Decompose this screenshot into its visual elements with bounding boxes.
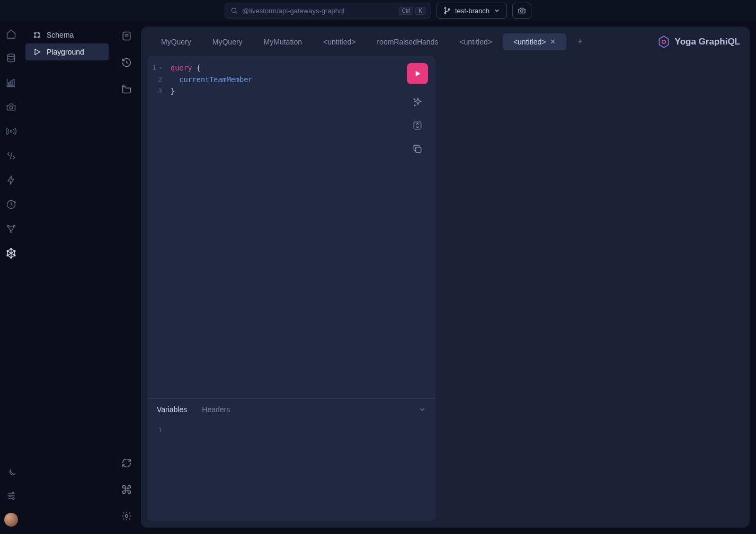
code-icon[interactable] — [6, 150, 16, 161]
clock-icon[interactable] — [6, 199, 16, 210]
settings-icon[interactable] — [121, 511, 132, 521]
variables-panel: Variables Headers 1 — [147, 398, 435, 521]
search-kbd: CtrlK — [399, 7, 425, 15]
svg-point-19 — [7, 255, 8, 256]
schema-item-icon — [33, 31, 41, 39]
play-item-icon — [33, 48, 41, 56]
workspace: MyQuery MyQuery MyMutation <untitled> ro… — [141, 26, 750, 528]
svg-rect-7 — [11, 81, 12, 85]
close-icon[interactable]: ✕ — [550, 38, 556, 46]
results-panel — [442, 56, 743, 521]
history-icon[interactable] — [121, 57, 132, 68]
home-icon[interactable] — [6, 29, 16, 39]
tab-headers[interactable]: Headers — [202, 405, 230, 414]
secondary-sidebar: Schema Playground — [22, 21, 112, 534]
svg-point-22 — [10, 495, 11, 496]
svg-point-0 — [232, 8, 236, 12]
refresh-icon[interactable] — [121, 458, 132, 468]
svg-point-10 — [10, 130, 12, 132]
svg-point-12 — [7, 225, 9, 227]
svg-point-1 — [444, 7, 446, 9]
chevron-down-icon[interactable] — [419, 406, 426, 413]
svg-point-2 — [444, 12, 446, 14]
svg-rect-32 — [416, 147, 421, 153]
tab-myquery-2[interactable]: MyQuery — [202, 33, 253, 50]
search-icon — [230, 7, 238, 14]
nav-rail — [0, 21, 22, 534]
search-text: @livestorm/api-gateways-graphql — [242, 7, 344, 15]
svg-point-26 — [34, 36, 35, 38]
svg-point-9 — [10, 106, 13, 109]
moon-icon[interactable] — [6, 468, 16, 479]
snapshot-button[interactable] — [512, 3, 531, 19]
graphql-icon[interactable] — [6, 248, 16, 259]
code-content: query { currentTeamMember } — [171, 62, 435, 97]
svg-point-27 — [38, 36, 40, 38]
svg-point-14 — [10, 230, 12, 232]
variables-editor[interactable]: 1 — [147, 420, 435, 439]
camera-icon — [518, 6, 526, 15]
chevron-down-icon — [494, 7, 500, 14]
svg-point-21 — [12, 492, 14, 494]
sidebar-item-label: Schema — [47, 31, 74, 39]
svg-point-20 — [14, 255, 15, 256]
tab-mymutation[interactable]: MyMutation — [253, 33, 313, 50]
add-tab-button[interactable]: + — [572, 33, 588, 50]
svg-point-24 — [34, 32, 35, 33]
sidebar-item-playground[interactable]: Playground — [25, 43, 109, 60]
broadcast-icon[interactable] — [6, 126, 16, 137]
branch-icon — [443, 7, 451, 14]
sidebar-item-schema[interactable]: Schema — [25, 26, 109, 43]
svg-point-13 — [13, 225, 15, 227]
svg-point-15 — [11, 248, 12, 250]
sliders-icon[interactable] — [6, 491, 16, 501]
brand: Yoga GraphiQL — [657, 35, 740, 49]
branch-selector[interactable]: test-branch — [437, 3, 507, 19]
svg-point-25 — [38, 32, 40, 33]
svg-point-3 — [448, 8, 450, 10]
svg-point-23 — [13, 497, 14, 499]
copy-icon[interactable] — [412, 144, 423, 154]
yoga-logo-icon — [657, 35, 671, 49]
shortcuts-icon[interactable] — [121, 484, 132, 495]
svg-rect-6 — [8, 83, 10, 85]
svg-point-29 — [126, 515, 128, 518]
docs-icon[interactable] — [121, 31, 132, 41]
power-icon[interactable] — [6, 175, 16, 185]
tab-roomraisedhands[interactable]: roomRaisedHands — [366, 33, 449, 50]
sidebar-item-label: Playground — [47, 48, 84, 56]
gutter: 1 ▾ 2 3 — [147, 62, 166, 97]
svg-point-30 — [662, 40, 665, 43]
global-search[interactable]: @livestorm/api-gateways-graphql CtrlK — [225, 3, 431, 19]
svg-point-16 — [11, 257, 12, 259]
avatar[interactable] — [4, 513, 18, 527]
tabs-row: MyQuery MyQuery MyMutation <untitled> ro… — [141, 26, 750, 50]
query-editor[interactable]: 1 ▾ 2 3 query { currentTeamMember } — [147, 56, 435, 398]
analytics-icon[interactable] — [6, 77, 16, 88]
play-icon — [413, 69, 422, 78]
tab-untitled-1[interactable]: <untitled> — [313, 33, 367, 50]
tool-column — [112, 21, 141, 534]
tab-untitled-2[interactable]: <untitled> — [449, 33, 503, 50]
svg-point-17 — [7, 251, 8, 252]
camera2-icon[interactable] — [6, 102, 16, 112]
tab-untitled-3[interactable]: <untitled> ✕ — [503, 33, 567, 50]
execute-button[interactable] — [407, 63, 428, 84]
graph-icon[interactable] — [6, 224, 16, 234]
prettify-icon[interactable] — [412, 97, 423, 108]
merge-icon[interactable] — [412, 120, 423, 131]
explorer-icon[interactable] — [121, 84, 132, 94]
svg-point-18 — [14, 251, 15, 252]
tab-variables[interactable]: Variables — [157, 405, 187, 414]
tab-myquery-1[interactable]: MyQuery — [150, 33, 202, 50]
branch-label: test-branch — [455, 7, 490, 15]
svg-point-4 — [521, 10, 523, 12]
svg-rect-8 — [13, 79, 14, 85]
svg-point-5 — [7, 54, 14, 57]
database-icon[interactable] — [6, 53, 16, 64]
